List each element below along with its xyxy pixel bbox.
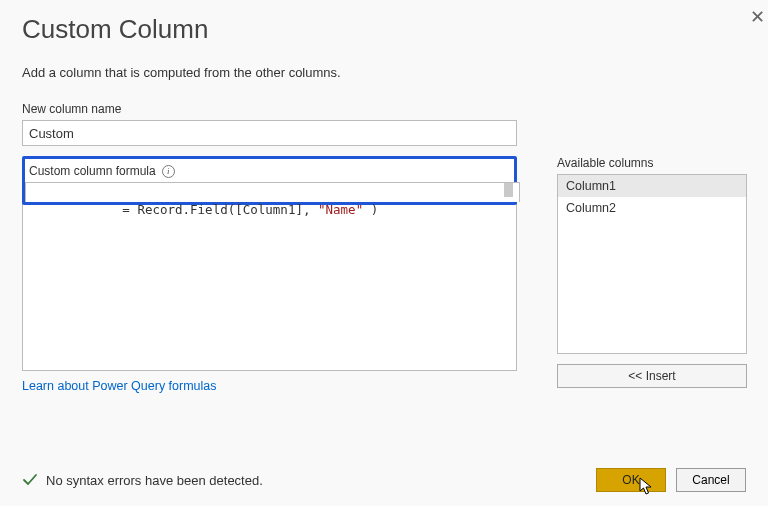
status-text: No syntax errors have been detected.: [46, 473, 263, 488]
insert-button[interactable]: << Insert: [557, 364, 747, 388]
available-columns-list[interactable]: Column1 Column2: [557, 174, 747, 354]
info-icon[interactable]: i: [162, 165, 175, 178]
page-title: Custom Column: [22, 14, 746, 45]
formula-label: Custom column formula: [29, 164, 156, 178]
ok-button[interactable]: OK: [596, 468, 666, 492]
cancel-button[interactable]: Cancel: [676, 468, 746, 492]
list-item[interactable]: Column2: [558, 197, 746, 219]
page-subtitle: Add a column that is computed from the o…: [22, 65, 746, 80]
list-item[interactable]: Column1: [558, 175, 746, 197]
check-icon: [22, 472, 38, 488]
formula-highlight: Custom column formula i = Record.Field([…: [22, 156, 517, 205]
formula-editor[interactable]: [25, 182, 520, 202]
scrollbar-thumb[interactable]: [504, 183, 513, 197]
available-columns-label: Available columns: [557, 156, 747, 170]
cursor-icon: [639, 477, 657, 497]
formula-editor-body[interactable]: [22, 203, 517, 371]
new-column-name-label: New column name: [22, 102, 746, 116]
close-icon[interactable]: ✕: [750, 6, 765, 28]
new-column-name-input[interactable]: [22, 120, 517, 146]
learn-link[interactable]: Learn about Power Query formulas: [22, 379, 217, 393]
